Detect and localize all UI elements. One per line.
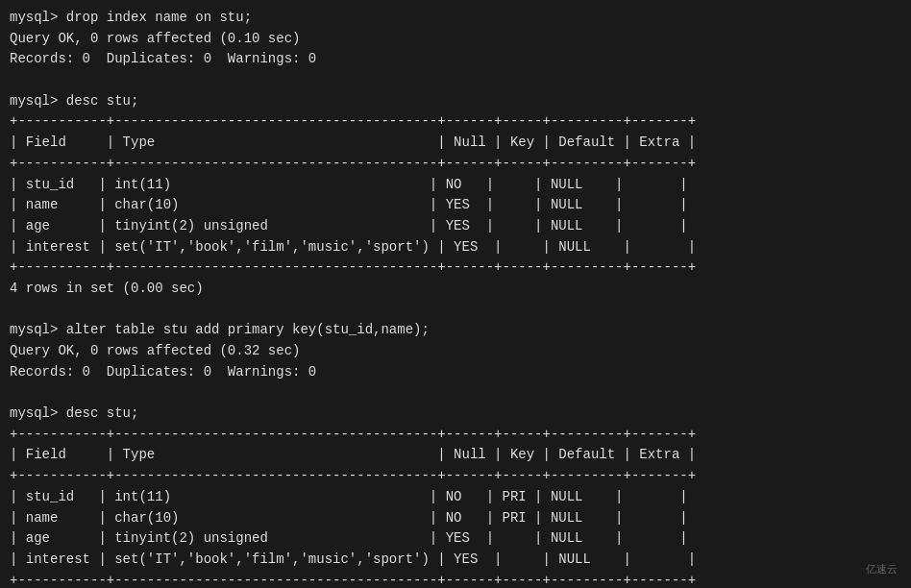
line-27: | interest | set('IT','book','film','mus… xyxy=(10,550,901,571)
line-8: +-----------+---------------------------… xyxy=(10,154,901,175)
line-10: | name | char(10) | YES | | NULL | | xyxy=(10,195,901,216)
line-20: mysql> desc stu; xyxy=(10,404,901,425)
line-21: +-----------+---------------------------… xyxy=(10,425,901,446)
line-25: | name | char(10) | NO | PRI | NULL | | xyxy=(10,508,901,529)
line-11: | age | tinyint(2) unsigned | YES | | NU… xyxy=(10,216,901,237)
line-13: +-----------+---------------------------… xyxy=(10,257,901,279)
line-9: | stu_id | int(11) | NO | | NULL | | xyxy=(10,175,901,196)
line-17: Query OK, 0 rows affected (0.32 sec) xyxy=(10,341,901,362)
line-28: +-----------+---------------------------… xyxy=(10,571,901,588)
line-26: | age | tinyint(2) unsigned | YES | | NU… xyxy=(10,528,901,550)
line-7: | Field | Type | Null | Key | Default | … xyxy=(10,133,901,154)
line-19 xyxy=(10,382,901,404)
line-6: +-----------+---------------------------… xyxy=(10,111,901,133)
line-15 xyxy=(10,300,901,321)
line-22: | Field | Type | Null | Key | Default | … xyxy=(10,445,901,466)
line-14: 4 rows in set (0.00 sec) xyxy=(10,279,901,300)
line-16: mysql> alter table stu add primary key(s… xyxy=(10,320,901,341)
line-4 xyxy=(10,70,901,91)
line-1: mysql> drop index name on stu; xyxy=(10,8,901,29)
terminal-output: mysql> drop index name on stu; Query OK,… xyxy=(10,8,901,588)
line-2: Query OK, 0 rows affected (0.10 sec) xyxy=(10,29,901,50)
line-12: | interest | set('IT','book','film','mus… xyxy=(10,237,901,258)
line-23: +-----------+---------------------------… xyxy=(10,466,901,487)
watermark: 亿速云 xyxy=(866,562,898,578)
line-5: mysql> desc stu; xyxy=(10,91,901,112)
line-3: Records: 0 Duplicates: 0 Warnings: 0 xyxy=(10,49,901,70)
line-24: | stu_id | int(11) | NO | PRI | NULL | | xyxy=(10,487,901,508)
terminal-window: mysql> drop index name on stu; Query OK,… xyxy=(10,8,901,580)
line-18: Records: 0 Duplicates: 0 Warnings: 0 xyxy=(10,362,901,383)
